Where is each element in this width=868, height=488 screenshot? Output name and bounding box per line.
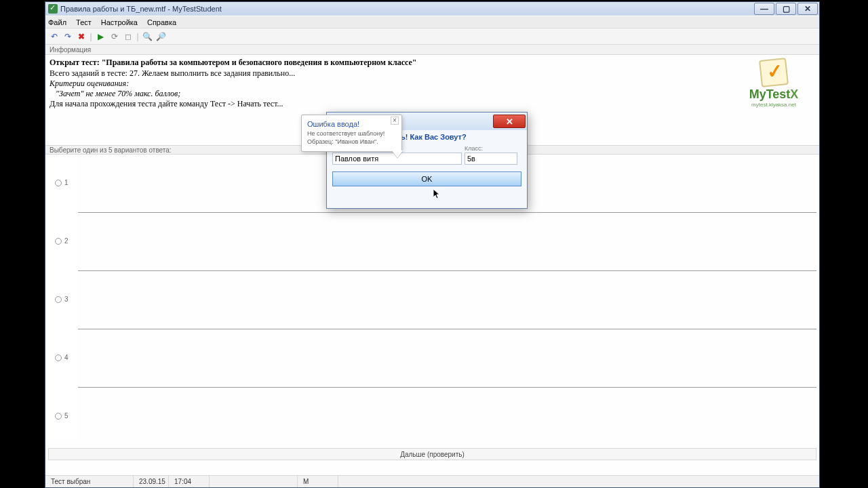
menu-file[interactable]: Файл	[48, 18, 66, 26]
nav-forward-icon[interactable]: ↷	[62, 30, 73, 42]
start-hint: Для начала прохождения теста дайте коман…	[50, 99, 815, 109]
menu-settings[interactable]: Настройка	[101, 18, 138, 26]
tooltip-close-button[interactable]: ×	[391, 117, 399, 125]
ok-button[interactable]: OK	[332, 171, 521, 186]
criteria: "Зачет" не менее 70% макс. баллов;	[50, 89, 815, 99]
radio-icon[interactable]	[55, 180, 62, 186]
tooltip-beak-icon	[392, 150, 403, 158]
logo-text: MyTest	[749, 87, 791, 101]
test-header: Открыт тест: "Правила работы за компьюте…	[50, 58, 815, 109]
app-window: Правила работы и ТБ_new.mtf - MyTestStud…	[45, 1, 820, 488]
label-class: Класс:	[465, 145, 483, 152]
zoom-out-icon[interactable]: 🔎	[155, 30, 167, 42]
checkmark-icon	[759, 58, 789, 87]
class-input[interactable]	[465, 152, 517, 165]
answer-number: 2	[64, 237, 68, 245]
answer-number: 4	[64, 354, 68, 361]
status-mode: M	[298, 476, 338, 487]
answer-row[interactable]: 4	[78, 329, 816, 388]
play-icon[interactable]: ▶	[95, 30, 106, 42]
stop-icon[interactable]: ✖	[75, 30, 87, 42]
logo-url: mytest.klyaksa.net	[736, 102, 811, 108]
logo-x: X	[790, 87, 798, 101]
separator: |	[89, 30, 93, 42]
answer-row[interactable]: 3	[78, 271, 816, 329]
cursor-icon	[433, 189, 441, 200]
titlebar[interactable]: Правила работы и ТБ_new.mtf - MyTestStud…	[45, 2, 819, 16]
test-title: Открыт тест: "Правила работы за компьюте…	[50, 58, 815, 68]
tooltip-title: Ошибка ввода!	[307, 120, 396, 128]
toolbar: ↶ ↷ ✖ | ▶ ⟳ ◻ | 🔍 🔎	[45, 28, 819, 45]
answer-row[interactable]: 2	[78, 213, 816, 271]
maximize-button[interactable]: ▢	[776, 3, 796, 15]
status-test: Тест выбран	[45, 476, 134, 487]
minimize-button[interactable]: —	[754, 3, 774, 15]
nav-back-icon[interactable]: ↶	[48, 30, 60, 42]
answer-number: 1	[64, 179, 68, 186]
pause-icon[interactable]: ◻	[122, 30, 134, 42]
tooltip-line: Не соответствует шаблону!	[307, 129, 396, 138]
task-count: Всего заданий в тесте: 27. Желаем выполн…	[50, 68, 815, 79]
zoom-in-icon[interactable]: 🔍	[142, 30, 153, 42]
refresh-icon[interactable]: ⟳	[108, 30, 120, 42]
app-logo: MyTestX mytest.klyaksa.net	[736, 59, 811, 108]
info-bar: Информация	[45, 45, 819, 55]
status-time: 17:04	[169, 476, 210, 487]
status-empty	[210, 476, 298, 487]
next-button[interactable]: Дальше (проверить)	[48, 448, 816, 460]
menu-test[interactable]: Тест	[76, 18, 92, 26]
separator: |	[136, 30, 140, 42]
criteria-label: Критерии оценивания:	[50, 79, 815, 89]
dialog-close-button[interactable]: ✕	[493, 115, 526, 128]
menubar: Файл Тест Настройка Справка	[45, 16, 819, 28]
tooltip-line: Образец: "Иванов Иван".	[307, 138, 396, 146]
app-icon	[48, 4, 58, 14]
answer-number: 5	[64, 412, 68, 420]
radio-icon[interactable]	[55, 354, 62, 361]
radio-icon[interactable]	[55, 413, 62, 420]
answer-number: 3	[64, 296, 68, 303]
window-title: Правила работы и ТБ_new.mtf - MyTestStud…	[60, 5, 222, 13]
statusbar: Тест выбран 23.09.15 17:04 M	[45, 475, 819, 487]
menu-help[interactable]: Справка	[147, 18, 176, 26]
answer-row[interactable]: 5	[78, 388, 816, 439]
status-date: 23.09.15	[134, 476, 169, 487]
error-tooltip: × Ошибка ввода! Не соответствует шаблону…	[301, 115, 402, 152]
radio-icon[interactable]	[55, 238, 62, 245]
radio-icon[interactable]	[55, 296, 62, 303]
close-button[interactable]: ✕	[797, 3, 818, 15]
